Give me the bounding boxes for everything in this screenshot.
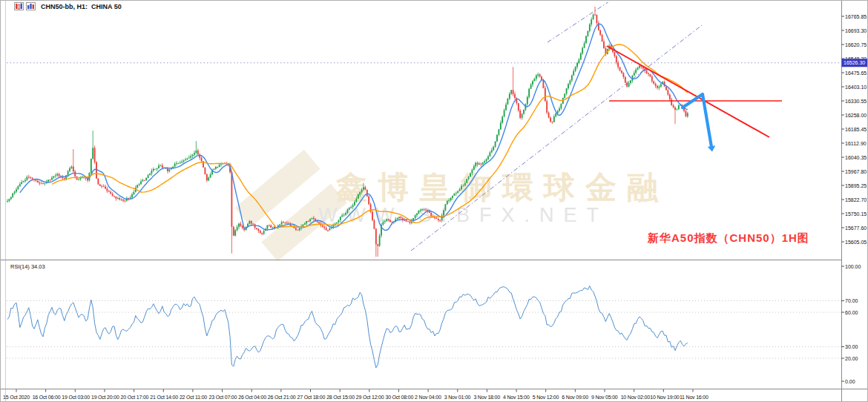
price-axis-label: 16765.85	[845, 14, 867, 19]
chart-canvas[interactable]: 16765.8516693.3016620.7516548.2016475.65…	[1, 1, 868, 402]
time-axis-label: 22 Oct 11:00	[180, 395, 207, 400]
rsi-axis-label: 60.00	[845, 310, 858, 315]
time-axis-label: 6 Nov 09:00	[562, 395, 588, 400]
price-axis-label: 16475.65	[845, 70, 867, 76]
current-price-tag-value: 16526.30	[844, 60, 865, 65]
symbol-title: CHN50-bb, H1: CHINA 50	[41, 3, 122, 10]
price-axis-label: 15895.25	[845, 183, 867, 188]
bar-chart-icon	[26, 2, 36, 10]
time-axis-label: 2 Nov 04:00	[415, 395, 441, 400]
time-axis-label: 4 Nov 15:00	[503, 395, 530, 400]
rsi-axis[interactable]: 100.0070.0060.0030.0020.000.00	[841, 264, 861, 384]
rsi-axis-label: 70.00	[845, 298, 858, 303]
time-axis-label: 10 Nov 19:00	[650, 395, 680, 400]
time-axis[interactable]: 15 Oct 202016 Oct 06:0019 Oct 03:0019 Oc…	[3, 389, 708, 400]
trendline-descending[interactable]	[607, 46, 769, 137]
rsi-pane[interactable]	[7, 286, 841, 368]
price-axis-label: 15677.60	[845, 225, 867, 231]
time-axis-label: 28 Oct 15:00	[326, 395, 355, 400]
time-axis-label: 9 Nov 05:00	[591, 395, 618, 400]
time-axis-label: 27 Oct 18:00	[297, 395, 326, 400]
ma-slow-line	[52, 45, 688, 228]
rsi-axis-label: 30.00	[845, 344, 858, 349]
price-axis-label: 15605.05	[845, 240, 867, 245]
price-axis-label: 16040.35	[845, 155, 867, 160]
price-axis-label: 15750.15	[845, 211, 867, 217]
rsi-axis-label: 100.00	[845, 264, 861, 269]
time-axis-label: 11 Nov 16:00	[680, 395, 708, 400]
rsi-indicator-label: RSI(14) 34.03	[10, 263, 45, 270]
price-axis-label: 15967.80	[845, 169, 867, 174]
candlestick-chart-icon	[14, 2, 24, 10]
time-axis-label: 19 Oct 20:00	[91, 395, 119, 400]
time-axis-label: 10 Nov 02:00	[621, 395, 651, 400]
price-axis-label: 16693.30	[845, 28, 867, 33]
time-axis-label: 5 Nov 12:00	[533, 395, 559, 400]
time-axis-label: 23 Oct 07:00	[209, 395, 237, 400]
time-axis-label: 21 Oct 14:00	[150, 395, 178, 400]
main-chart-pane[interactable]	[7, 1, 841, 257]
forecast-arrow-head	[708, 145, 715, 151]
time-axis-label: 3 Nov 18:00	[473, 395, 500, 400]
chart-title-row: CHN50-bb, H1: CHINA 50	[14, 2, 122, 10]
chart-annotation-text: 新华A50指数（CHN50）1H图	[648, 231, 809, 246]
price-axis-label: 16258.00	[845, 113, 867, 118]
price-axis-label: 16185.45	[845, 127, 867, 132]
channel-line-1[interactable]	[411, 25, 702, 251]
time-axis-label: 26 Oct 04:00	[238, 395, 266, 400]
price-axis[interactable]: 16765.8516693.3016620.7516548.2016475.65…	[841, 14, 868, 245]
time-axis-label: 29 Oct 12:00	[356, 395, 384, 400]
panel-splitter[interactable]	[1, 259, 868, 262]
price-axis-label: 16112.90	[845, 141, 867, 146]
rsi-line	[7, 286, 688, 368]
rsi-axis-label: 20.00	[845, 356, 858, 361]
time-axis-label: 16 Oct 06:00	[33, 395, 61, 400]
price-axis-label: 16330.55	[845, 99, 867, 104]
candlestick-series	[7, 7, 688, 257]
rsi-axis-label: 0.00	[845, 379, 855, 384]
time-axis-label: 3 Nov 01:00	[444, 395, 471, 400]
time-axis-label: 26 Oct 21:00	[268, 395, 296, 400]
time-axis-label: 20 Oct 17:00	[121, 395, 149, 400]
mt4-chart-window: 鑫博皇御環球金融 WWW.SIBFX.NET 16765.8516693.301…	[0, 0, 868, 402]
channel-line-2[interactable]	[548, 1, 609, 42]
time-axis-label: 19 Oct 03:00	[62, 395, 90, 400]
price-axis-label: 15822.70	[845, 197, 867, 202]
time-axis-label: 15 Oct 2020	[3, 395, 30, 400]
price-axis-label: 16620.75	[845, 42, 867, 47]
price-axis-label: 16403.10	[845, 85, 867, 90]
time-axis-label: 30 Oct 08:00	[385, 395, 413, 400]
